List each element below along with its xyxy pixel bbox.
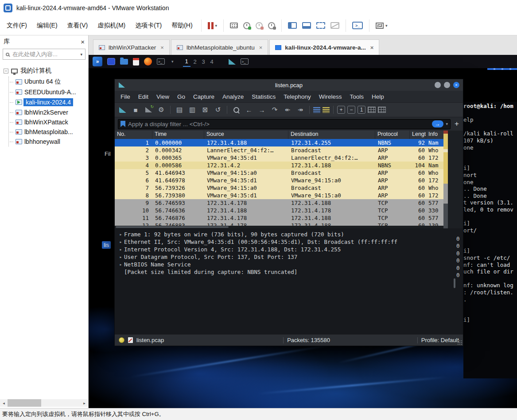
column-header[interactable]: Length [410, 131, 426, 139]
vm-console-display[interactable]: ▾ 1234 Fil lis root@kali: /homelp/kali k… [89, 55, 517, 408]
zoom-in-icon[interactable]: + [337, 106, 345, 114]
wireshark-menu-item[interactable]: Tools [346, 93, 368, 100]
sidebar-horizontal-scrollbar[interactable]: ◂ ▸ [0, 399, 88, 407]
chevron-down-icon[interactable]: ▾ [385, 23, 388, 28]
packet-row[interactable]: 3 0.000365 VMware_94:35:d1 LannerElectr_… [115, 154, 443, 162]
firefox-icon[interactable] [144, 58, 152, 66]
scrollbar-thumb[interactable] [116, 226, 229, 228]
expand-arrow-icon[interactable]: ▸ [117, 261, 124, 268]
wireshark-menu-item[interactable]: Help [368, 93, 388, 100]
vm-tab[interactable]: lbhMetasploitable_ubuntu × [171, 39, 268, 55]
wireshark-menu-item[interactable]: Capture [189, 93, 218, 100]
show-library-toggle[interactable] [285, 19, 299, 32]
packet-row[interactable]: 1 0.000000 172.31.4.188 172.31.4.255 NBN… [115, 139, 443, 146]
vm-item[interactable]: SEEDUbuntu9-A... [14, 87, 86, 97]
find-packet-icon[interactable] [231, 105, 241, 115]
packet-row[interactable]: 9 56.746593 172.31.4.178 172.31.4.188 TC… [115, 199, 443, 207]
wireshark-menu-item[interactable]: Analyze [218, 93, 248, 100]
show-console-toggle[interactable] [299, 19, 314, 32]
column-header[interactable]: Source [204, 131, 288, 139]
scrollbar-track[interactable] [8, 399, 81, 407]
column-header[interactable]: Protocol [375, 131, 410, 139]
detail-row[interactable]: ▸ Ethernet II, Src: VMware_94:35:d1 (00:… [117, 238, 453, 246]
wireshark-menu-item[interactable]: Telephony [280, 93, 315, 100]
wireshark-menu-item[interactable]: View [152, 93, 173, 100]
text-editor-icon[interactable] [133, 58, 139, 66]
fullscreen-toggle[interactable] [314, 19, 328, 32]
wireshark-taskbar-icon[interactable] [229, 59, 236, 65]
suspend-vm-button[interactable]: ▾ [205, 19, 220, 32]
unity-toggle[interactable] [328, 19, 342, 32]
stop-capture-icon[interactable]: ■ [130, 105, 141, 115]
wireshark-titlebar[interactable]: listen.pcap × [115, 79, 463, 91]
expert-info-button[interactable] [119, 337, 124, 343]
expand-arrow-icon[interactable]: ▸ [117, 238, 124, 246]
vm-tab[interactable]: kali-linux-2024.4-vmware-a... × [269, 39, 379, 55]
reload-file-icon[interactable]: ↺ [213, 105, 223, 115]
column-header[interactable]: Info [426, 131, 443, 139]
expand-arrow-icon[interactable]: ▸ [117, 246, 124, 253]
go-to-packet-icon[interactable]: ↷ [269, 105, 280, 115]
menu-item[interactable]: 查看(V) [62, 16, 93, 35]
profile-label[interactable]: Profile: Default [421, 337, 459, 343]
vm-item[interactable]: Ubuntu 64 位 [14, 77, 86, 87]
enter-fullscreen-button[interactable]: ▾ [373, 19, 390, 32]
wireshark-menu-item[interactable]: Edit [134, 93, 152, 100]
expander-icon[interactable]: − [4, 69, 8, 73]
packet-row[interactable]: 10 56.746636 172.31.4.188 172.31.4.178 T… [115, 207, 443, 214]
file-manager-icon[interactable] [120, 59, 128, 65]
take-snapshot-button[interactable] [241, 19, 253, 32]
packet-row[interactable]: 2 0.000342 LannerElectr_04:f2:… Broadcas… [115, 146, 443, 154]
close-tab-button[interactable]: × [160, 44, 164, 51]
next-packet-icon[interactable]: ↠ [295, 105, 306, 115]
kali-menu-icon[interactable] [93, 57, 102, 66]
capture-comment-icon[interactable] [128, 337, 133, 343]
go-forward-icon[interactable]: → [257, 105, 267, 115]
resize-grip[interactable] [457, 340, 462, 345]
menu-item[interactable]: 选项卡(T) [130, 16, 167, 35]
vm-item[interactable]: kali-linux-2024.4 [14, 97, 86, 108]
autoscroll-icon[interactable] [323, 107, 330, 113]
packet-row[interactable]: 7 56.739326 VMware_94:15:a0 Broadcast AR… [115, 184, 443, 192]
packet-list-minimap-scrollbar[interactable] [443, 131, 448, 228]
menu-item[interactable]: 编辑(E) [32, 16, 62, 35]
close-button[interactable]: × [453, 82, 459, 88]
wireshark-menu-item[interactable]: Go [173, 93, 189, 100]
terminal-window[interactable]: root@kali: /homelp/kali kali-roll107 kB/… [463, 102, 517, 378]
details-scrollbar[interactable] [453, 231, 456, 334]
expand-arrow-icon[interactable]: ▸ [117, 231, 124, 238]
colorize-packets-icon[interactable] [313, 107, 320, 113]
vm-tab[interactable]: lbhWinXPattacker × [93, 39, 170, 55]
workspace-button[interactable]: 3 [200, 56, 207, 67]
terminal-launcher-icon[interactable] [157, 58, 165, 65]
close-tab-button[interactable]: × [259, 44, 263, 51]
packet-row[interactable]: 5 41.646943 VMware_94:15:a0 Broadcast AR… [115, 169, 443, 177]
save-file-icon[interactable]: ▥ [187, 105, 198, 115]
minimize-button[interactable] [435, 82, 441, 88]
restart-capture-icon[interactable] [143, 105, 154, 115]
edit-columns-icon[interactable] [378, 107, 386, 113]
display-filter-field[interactable]: → ▾ [118, 119, 451, 129]
add-filter-button[interactable]: + [454, 119, 460, 128]
detail-row[interactable]: ▸ User Datagram Protocol, Src Port: 137,… [117, 253, 453, 261]
terminal-taskbar-icon[interactable] [241, 58, 249, 65]
expand-arrow-icon[interactable] [117, 268, 124, 276]
previous-packet-icon[interactable]: ↞ [282, 105, 293, 115]
column-header[interactable]: Destination [288, 131, 375, 139]
workspace-button[interactable]: 1 [183, 56, 190, 67]
detail-row[interactable]: ▸ NetBIOS Name Service [117, 261, 453, 268]
scrollbar-thumb[interactable] [8, 399, 41, 407]
scroll-right-button[interactable]: ▸ [81, 401, 88, 405]
snapshot-manager-button[interactable] [265, 19, 278, 32]
open-file-icon[interactable]: ▤ [174, 105, 185, 115]
search-input[interactable] [12, 51, 80, 58]
filter-bookmark-icon[interactable] [121, 121, 125, 127]
open-terminal-button[interactable] [350, 19, 365, 32]
chevron-down-icon[interactable]: ▾ [215, 23, 218, 28]
column-header[interactable]: No. [115, 131, 152, 139]
menu-item[interactable]: 文件(F) [2, 16, 32, 35]
go-back-icon[interactable]: ← [244, 105, 254, 115]
vm-item[interactable]: lbhWinXPattack [14, 117, 86, 127]
scrollbar-thumb[interactable] [454, 278, 455, 288]
capture-options-icon[interactable]: ⚙ [156, 105, 167, 115]
